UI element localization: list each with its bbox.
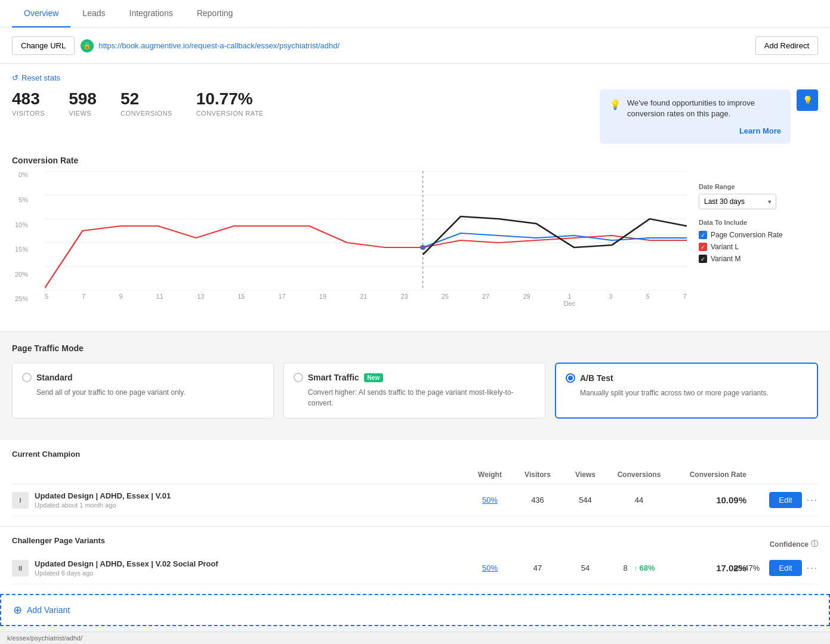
opportunity-box: 💡 We've found opportunities to improve c… [600,89,791,144]
chart-title: Conversion Rate [12,156,818,165]
challenger-actions: 85.47% Edit ··· [746,560,818,576]
current-champion-title: Current Champion [12,450,818,459]
reset-icon: ↺ [12,73,18,82]
stat-visitors: 483 VISITORS [12,89,45,117]
challenger-visitors: 47 [514,564,561,572]
stat-conversion-rate: 10.77% CONVERSION RATE [196,89,264,117]
chart-section: Conversion Rate 25% 20% 15% 10% 5% 0% [12,156,818,309]
reset-stats-button[interactable]: ↺ Reset stats [12,73,60,82]
lightbulb-icon: 💡 [609,99,621,110]
challenger-row: II Updated Design | ADHD, Essex | V.02 S… [12,552,818,584]
tab-integrations[interactable]: Integrations [118,0,185,27]
learn-more-link[interactable]: Learn More [609,126,781,135]
chart-wrapper: 5 7 9 11 13 15 17 19 21 23 25 27 29 1Dec… [45,171,687,309]
confidence-arrow: ↑ [634,565,637,572]
date-range-select[interactable]: Last 30 days Last 7 days Last 90 days [699,194,776,209]
date-range-select-wrapper[interactable]: Last 30 days Last 7 days Last 90 days [699,194,776,209]
date-range-section: Date Range Last 30 days Last 7 days Last… [699,183,818,209]
champion-info: Updated Design | ADHD, Essex | V.01 Upda… [35,491,466,509]
confidence-info: Confidence ⓘ [770,539,818,549]
add-variant-button[interactable]: ⊕ Add Variant [13,603,70,617]
challenger-icon: II [12,560,29,577]
champion-row: I Updated Design | ADHD, Essex | V.01 Up… [12,484,818,516]
tabs-bar: Overview Leads Integrations Reporting [0,0,830,28]
challenger-weight[interactable]: 50% [466,564,514,572]
champion-more-button[interactable]: ··· [807,495,818,506]
champion-edit-button[interactable]: Edit [769,492,801,508]
chart-svg [45,171,687,290]
stats-row: 483 VISITORS 598 VIEWS 52 CONVERSIONS 10… [12,89,818,144]
challenger-header: Challenger Page Variants Confidence ⓘ [12,536,818,552]
traffic-option-smart[interactable]: Smart Traffic New Convert higher: AI sen… [283,363,545,419]
lock-icon: 🔒 [81,39,94,52]
legend-checkbox-variant-l[interactable]: ✓ [699,243,707,251]
confidence-info-icon[interactable]: ⓘ [811,539,818,549]
insights-icon: 💡 [803,95,813,105]
traffic-mode-title: Page Traffic Mode [12,343,818,353]
tab-reporting[interactable]: Reporting [185,0,245,27]
traffic-section: Page Traffic Mode Standard Send all of y… [0,331,830,431]
url-bar: Change URL 🔒 https://book.augmentive.io/… [0,28,830,64]
champion-rate: 10.09% [669,495,746,505]
challenger-conversions-cell: 8 ↑ 68% [609,564,669,572]
traffic-options: Standard Send all of your traffic to one… [12,363,818,419]
radio-smart[interactable] [294,373,303,382]
add-redirect-button[interactable]: Add Redirect [755,36,818,55]
tab-leads[interactable]: Leads [70,0,117,27]
challenger-confidence-pct: 85.47% [733,564,760,572]
svg-point-8 [420,245,426,250]
legend-variant-m: ✓ Variant M [699,255,818,263]
challenger-confidence: 68% [640,564,655,572]
stats-group: 483 VISITORS 598 VIEWS 52 CONVERSIONS 10… [12,89,306,117]
stat-views: 598 VIEWS [69,89,97,117]
champion-visitors: 436 [514,496,561,504]
champion-weight[interactable]: 50% [466,496,514,504]
chart-area: 25% 20% 15% 10% 5% 0% [12,171,818,309]
stat-conversions: 52 CONVERSIONS [121,89,172,117]
legend-variant-l: ✓ Variant L [699,243,818,251]
challenger-section: Challenger Page Variants Confidence ⓘ II… [0,526,830,594]
url-display: https://book.augmentive.io/request-a-cal… [98,41,755,50]
challenger-info: Updated Design | ADHD, Essex | V.02 Soci… [35,559,466,577]
champion-conversions: 44 [609,496,669,504]
add-variant-section[interactable]: ⊕ Add Variant [0,594,830,626]
chart-legend: Date Range Last 30 days Last 7 days Last… [699,171,818,309]
traffic-option-abtest[interactable]: A/B Test Manually split your traffic acr… [555,363,818,419]
legend-checkbox-variant-m[interactable]: ✓ [699,255,707,263]
challenger-more-button[interactable]: ··· [807,563,818,574]
radio-standard[interactable] [22,373,32,382]
challenger-title: Challenger Page Variants [12,536,105,545]
traffic-option-standard[interactable]: Standard Send all of your traffic to one… [12,363,274,419]
chart-y-labels: 25% 20% 15% 10% 5% 0% [12,171,33,302]
insights-button[interactable]: 💡 [797,89,818,111]
tab-overview[interactable]: Overview [12,0,70,27]
main-content: ↺ Reset stats 483 VISITORS 598 VIEWS 52 … [0,64,830,331]
chart-x-labels: 5 7 9 11 13 15 17 19 21 23 25 27 29 1Dec… [45,290,687,309]
champion-views: 544 [561,496,609,504]
new-badge: New [364,373,384,382]
champion-icon: I [12,492,29,509]
table-header: Weight Visitors Views Conversions Conver… [12,466,818,484]
radio-abtest[interactable] [566,373,575,383]
radio-inner [568,376,573,380]
current-champion-section: Current Champion Weight Visitors Views C… [0,440,830,526]
plus-icon: ⊕ [13,603,22,617]
challenger-views: 54 [561,564,609,572]
change-url-button[interactable]: Change URL [12,36,75,55]
legend-page-conversion: ✓ Page Conversion Rate [699,231,818,239]
legend-checkbox-page[interactable]: ✓ [699,231,707,239]
champion-actions: Edit ··· [746,492,818,508]
challenger-edit-button[interactable]: Edit [769,560,801,576]
